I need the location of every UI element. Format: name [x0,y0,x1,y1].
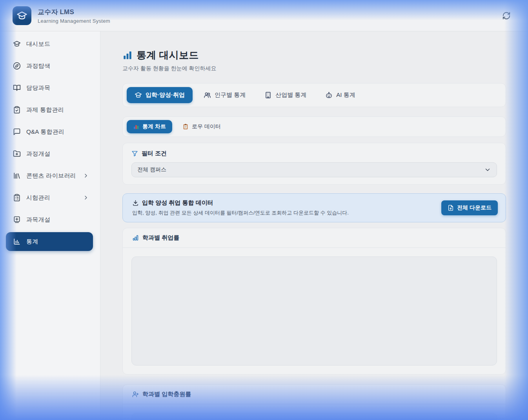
chevron-right-icon [83,173,89,179]
section-enrollment-fill-rate: 학과별 입학충원률 [122,384,506,420]
sidebar-item-subject-create[interactable]: 과목개설 [6,210,93,229]
filter-card: 필터 조건 전체 캠퍼스 [122,143,506,185]
page-subtitle: 교수자 활동 현황을 한눈에 확인하세요 [122,65,506,72]
chevron-down-icon [484,166,491,173]
book-plus-icon [13,216,21,224]
sidebar-item-course-explore[interactable]: 과정탐색 [6,56,93,75]
app-subtitle: Learning Management System [38,18,501,24]
banner-description: 입학, 양성, 취업 관련 모든 상세 데이터를 필터/캠퍼스/연도로 조회하고… [132,209,441,216]
graduation-cap-icon [16,10,27,21]
main-content: 통계 대시보드 교수자 활동 현황을 한눈에 확인하세요 입학·양성·취업 인구… [100,31,528,420]
employment-rate-chart-area [131,256,497,365]
users-icon [204,91,211,99]
sidebar-item-dashboard[interactable]: 대시보드 [6,35,93,53]
app-header: 교수자 LMS Learning Management System [0,0,528,31]
sidebar-item-course-create[interactable]: 과정개설 [6,144,93,163]
tab-industry-stats[interactable]: 산업별 통계 [257,87,314,103]
tab-ai-stats[interactable]: AI 통계 [317,87,363,103]
sidebar-item-my-subjects[interactable]: 담당과목 [6,78,93,97]
user-plus-icon [132,391,139,398]
graduation-cap-icon [13,40,21,48]
open-book-icon [13,84,21,92]
section-title: 학과별 입학충원률 [142,391,191,398]
page-title: 통계 대시보드 [137,49,198,62]
campus-select[interactable]: 전체 캠퍼스 [131,162,497,177]
chart-emoji-icon [133,124,139,130]
banner-title: 입학 양성 취업 통합 데이터 [142,199,213,207]
view-tab-chart[interactable]: 통계 차트 [127,120,172,133]
sidebar-item-statistics[interactable]: 통계 [6,232,93,251]
refresh-icon[interactable] [501,10,512,22]
app-title: 교수자 LMS [38,7,501,16]
section-title: 학과별 취업률 [142,234,179,242]
category-tabbar: 입학·양성·취업 인구별 통계 산업별 통계 AI 통계 [122,83,506,107]
building-icon [264,91,272,99]
folder-plus-icon [13,150,21,158]
funnel-icon [131,150,138,157]
file-download-icon [448,205,454,211]
view-tabbar: 통계 차트 로우 데이터 [122,116,506,137]
enrollment-fill-rate-chart-area [131,413,497,420]
app-logo [13,6,31,25]
sidebar-item-assignments[interactable]: 과제 통합관리 [6,100,93,119]
section-employment-rate: 학과별 취업률 [122,228,506,375]
speech-bubble-icon [13,128,21,136]
robot-icon [325,91,333,99]
chevron-right-icon [83,195,89,201]
bar-chart-icon [13,238,21,245]
sidebar-item-content-library[interactable]: 콘텐츠 라이브러리 [6,166,93,185]
clipboard-emoji-icon [182,124,189,130]
tab-population-stats[interactable]: 인구별 통계 [196,87,253,103]
view-tab-raw-data[interactable]: 로우 데이터 [176,120,227,133]
sidebar: 대시보드 과정탐색 담당과목 과제 통합관리 Q&A 통합관리 과정개설 콘텐츠… [0,31,100,420]
download-banner: 입학 양성 취업 통합 데이터 입학, 양성, 취업 관련 모든 상세 데이터를… [122,193,506,222]
bar-chart-icon [132,235,139,241]
download-icon [132,200,139,206]
filter-section-title: 필터 조건 [142,150,167,157]
sidebar-item-qna[interactable]: Q&A 통합관리 [6,122,93,141]
graduation-cap-icon [135,91,142,99]
sidebar-item-exam-management[interactable]: 시험관리 [6,188,93,207]
clipboard-check-icon [13,106,21,114]
clipboard-list-icon [13,194,21,202]
tab-admission-training-employment[interactable]: 입학·양성·취업 [127,87,193,103]
library-icon [13,172,21,180]
compass-icon [13,62,21,70]
bar-chart-icon [122,50,133,60]
download-all-button[interactable]: 전체 다운로드 [441,200,498,215]
